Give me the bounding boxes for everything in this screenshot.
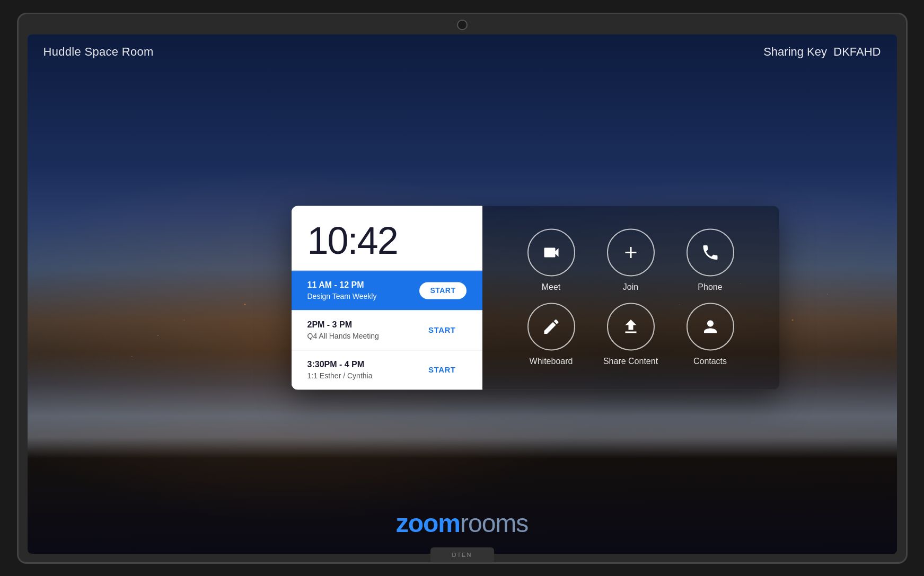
start-button-2[interactable]: START [418, 321, 466, 339]
bottom-bar: DTEN [430, 547, 494, 562]
event-title-1: Design Team Weekly [307, 292, 377, 300]
pencil-icon [542, 317, 561, 336]
share-icon [621, 317, 640, 336]
phone-label: Phone [698, 282, 722, 292]
share-content-circle [607, 303, 655, 350]
phone-circle [687, 228, 734, 276]
event-time-3: 3:30PM - 4 PM [307, 360, 373, 369]
event-info-1: 11 AM - 12 PM Design Team Weekly [307, 280, 377, 300]
header: Huddle Space Room Sharing Key DKFAHD [28, 34, 897, 69]
meet-circle [527, 228, 575, 276]
screen: Huddle Space Room Sharing Key DKFAHD 10:… [28, 34, 897, 554]
join-button[interactable]: Join [599, 228, 663, 292]
calendar-events: 11 AM - 12 PM Design Team Weekly START 2… [292, 270, 482, 389]
event-item-1: 11 AM - 12 PM Design Team Weekly START [292, 270, 482, 310]
camera-icon [542, 243, 561, 262]
actions-row-1: Meet Join [493, 228, 769, 292]
join-circle [607, 228, 655, 276]
event-info-3: 3:30PM - 4 PM 1:1 Esther / Cynthia [307, 360, 373, 380]
event-time-1: 11 AM - 12 PM [307, 280, 377, 290]
actions-panel: Meet Join [482, 206, 779, 389]
zoom-text: zoom [396, 509, 460, 538]
start-button-3[interactable]: START [418, 361, 466, 378]
event-time-2: 2PM - 3 PM [307, 320, 379, 330]
event-item-2: 2PM - 3 PM Q4 All Hands Meeting START [292, 310, 482, 350]
whiteboard-label: Whiteboard [530, 357, 573, 366]
contacts-button[interactable]: Contacts [679, 303, 742, 366]
contacts-circle [687, 303, 734, 350]
main-panel: 10:42 11 AM - 12 PM Design Team Weekly S… [292, 206, 779, 389]
dten-label: DTEN [452, 552, 472, 558]
join-label: Join [623, 282, 638, 292]
phone-icon [701, 243, 720, 262]
sharing-key: Sharing Key DKFAHD [763, 45, 881, 59]
calendar-panel: 10:42 11 AM - 12 PM Design Team Weekly S… [292, 206, 482, 389]
event-info-2: 2PM - 3 PM Q4 All Hands Meeting [307, 320, 379, 340]
time-section: 10:42 [292, 206, 482, 270]
plus-icon [621, 243, 640, 262]
event-title-2: Q4 All Hands Meeting [307, 332, 379, 340]
phone-button[interactable]: Phone [679, 228, 742, 292]
event-item-3: 3:30PM - 4 PM 1:1 Esther / Cynthia START [292, 350, 482, 389]
start-button-1[interactable]: START [419, 282, 466, 299]
meet-button[interactable]: Meet [520, 228, 583, 292]
whiteboard-button[interactable]: Whiteboard [520, 303, 583, 366]
actions-row-2: Whiteboard Share Content [493, 303, 769, 366]
rooms-text: rooms [460, 509, 528, 538]
clock-display: 10:42 [307, 221, 467, 260]
share-content-label: Share Content [603, 357, 658, 366]
contacts-label: Contacts [693, 357, 727, 366]
room-name: Huddle Space Room [43, 45, 154, 59]
person-icon [701, 317, 720, 336]
device-frame: Huddle Space Room Sharing Key DKFAHD 10:… [17, 13, 908, 564]
whiteboard-circle [527, 303, 575, 350]
camera [457, 20, 468, 30]
zoom-branding: zoom rooms [396, 509, 529, 538]
meet-label: Meet [542, 282, 561, 292]
event-title-3: 1:1 Esther / Cynthia [307, 371, 373, 380]
share-content-button[interactable]: Share Content [599, 303, 663, 366]
screen-content: Huddle Space Room Sharing Key DKFAHD 10:… [28, 34, 897, 554]
